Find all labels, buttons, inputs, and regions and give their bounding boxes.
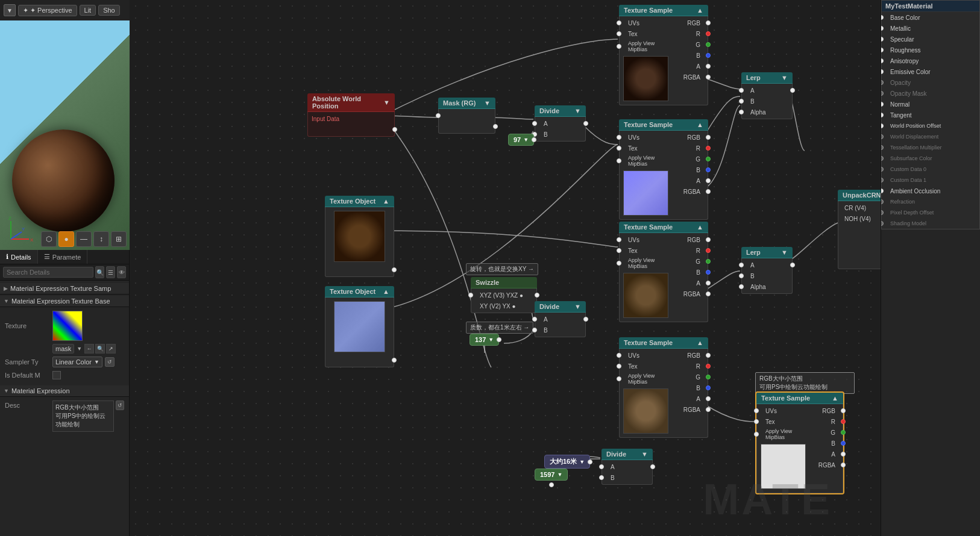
pin-div2-b-in[interactable] <box>532 328 537 332</box>
pin-div3-out[interactable] <box>650 464 655 469</box>
pin-ts5-mip-dot[interactable] <box>754 432 759 437</box>
tex-search-button[interactable]: 🔍 <box>95 344 105 354</box>
desc-textarea[interactable]: RGB大中小范围可用PS中的绘制云功能绘制 <box>52 400 114 432</box>
pin-to2-output[interactable] <box>392 358 397 363</box>
sampler-reset-button[interactable]: ↺ <box>105 357 115 367</box>
tex-prev-button[interactable]: ← <box>84 344 94 354</box>
pin-ts2-tex-dot[interactable] <box>617 146 621 151</box>
node-val97[interactable]: 97 ▼ <box>508 134 534 146</box>
pin-ts4-r-dot[interactable] <box>706 364 711 369</box>
pin-ts3-rgba-dot[interactable] <box>706 291 711 296</box>
pin-div2-out[interactable] <box>583 317 588 322</box>
pin-ts1-g-dot[interactable] <box>706 42 711 47</box>
pin-ts1-a-dot[interactable] <box>706 64 711 69</box>
pin-mat-cd1[interactable] <box>881 178 884 182</box>
pin-div2-a-in[interactable] <box>532 317 537 322</box>
pin-ts2-g-dot[interactable] <box>706 157 711 161</box>
node-tex-obj1[interactable]: Texture Object ▲ <box>325 196 394 277</box>
node-val1597[interactable]: 1597 ▼ <box>535 469 568 481</box>
pin-mat-anisotropy[interactable] <box>881 58 884 63</box>
pin-ts5-b-dot[interactable] <box>841 441 846 446</box>
node-lerp2[interactable]: Lerp ▼ A B Alpha <box>741 247 793 294</box>
vp-collapse-button[interactable]: ▼ <box>4 4 16 16</box>
section-tex-base[interactable]: ▼ Material Expression Texture Base <box>0 296 129 307</box>
is-default-checkbox[interactable] <box>52 371 61 379</box>
tab-parameters[interactable]: ☰ Paramete <box>38 250 88 264</box>
pin-mat-subs[interactable] <box>881 156 884 161</box>
node-tex-obj2[interactable]: Texture Object ▲ <box>325 286 394 367</box>
pin-mat-shading[interactable] <box>881 221 884 226</box>
node-divide1[interactable]: Divide ▼ A B <box>535 105 586 142</box>
pin-lerp1-alpha-in[interactable] <box>739 110 744 114</box>
pin-lerp2-out[interactable] <box>790 263 795 267</box>
pin-to1-output[interactable] <box>392 267 397 272</box>
pin-ts4-rgba-dot[interactable] <box>706 407 711 412</box>
pin-div1-out[interactable] <box>583 121 588 126</box>
pin-ts3-rgb-dot[interactable] <box>706 237 711 242</box>
pin-ts5-g-dot[interactable] <box>841 430 846 435</box>
pin-ts1-uvs-dot[interactable] <box>617 20 621 25</box>
pin-lerp2-b-in[interactable] <box>739 273 744 278</box>
pin-mat-wpo[interactable] <box>881 123 884 128</box>
pin-mat-tangent[interactable] <box>881 113 884 117</box>
pin-ts2-mip-dot[interactable] <box>617 158 621 163</box>
sampler-dropdown[interactable]: Linear Color ▼ <box>52 357 102 367</box>
lit-button[interactable]: Lit <box>80 5 96 16</box>
node-divide2[interactable]: Divide ▼ A B <box>535 301 586 337</box>
pin-ts1-mip-dot[interactable] <box>617 44 621 49</box>
pin-ts1-r-dot[interactable] <box>706 31 711 36</box>
pin-ts2-uvs-dot[interactable] <box>617 135 621 140</box>
pin-ts5-a-dot[interactable] <box>841 452 846 457</box>
search-button[interactable]: 🔍 <box>95 266 104 278</box>
pin-ts3-uvs-dot[interactable] <box>617 237 621 242</box>
pin-div3-b-in[interactable] <box>599 475 604 480</box>
search-input[interactable] <box>3 267 93 278</box>
pin-val137-out[interactable] <box>497 337 501 342</box>
node-tex-sample2[interactable]: Texture Sample ▲ UVs Tex Apply View Mi <box>619 119 708 220</box>
pin-ts2-r-dot[interactable] <box>706 146 711 151</box>
node-swizzle[interactable]: Swizzle XYZ (V3) YXZ ● XY (V2) YX ● <box>471 277 537 313</box>
pin-val1597-out[interactable] <box>549 482 554 487</box>
pin-ts4-tex-dot[interactable] <box>617 364 621 369</box>
pin-ts4-rgb-dot[interactable] <box>706 353 711 358</box>
plane-tool[interactable]: — <box>76 231 92 247</box>
pin-sw-xyz-out[interactable] <box>535 293 539 298</box>
pin-ts1-b-dot[interactable] <box>706 53 711 58</box>
pin-val16m-out[interactable] <box>588 460 592 464</box>
pin-ts2-b-dot[interactable] <box>706 167 711 172</box>
pin-ts5-tex-dot[interactable] <box>754 419 759 424</box>
pin-ts3-g-dot[interactable] <box>706 259 711 264</box>
sphere-tool[interactable]: ● <box>58 231 74 247</box>
select-tool[interactable]: ⬡ <box>41 231 57 247</box>
pin-val97-out[interactable] <box>532 137 536 142</box>
eye-button[interactable]: 👁 <box>117 266 126 278</box>
pin-ts5-r-dot[interactable] <box>841 419 846 424</box>
pin-mat-tess[interactable] <box>881 145 884 150</box>
pin-mat-refract[interactable] <box>881 199 884 204</box>
pin-ts4-b-dot[interactable] <box>706 385 711 390</box>
pin-mat-ao[interactable] <box>881 189 884 193</box>
node-unpack[interactable]: UnpackCRNOH CR (V4) Base Color NOH (V4) … <box>838 190 881 269</box>
pin-ts5-uvs-dot[interactable] <box>754 408 759 413</box>
pin-ts1-rgba-dot[interactable] <box>706 75 711 79</box>
pin-mask-input[interactable] <box>436 113 441 118</box>
node-absolute-world-pos[interactable]: Absolute World Position ▼ Input Data <box>307 93 395 137</box>
pin-div1-a-in[interactable] <box>532 121 537 126</box>
pin-mat-cd0[interactable] <box>881 167 884 172</box>
pin-mat-specular[interactable] <box>881 37 884 42</box>
node-tex-sample3[interactable]: Texture Sample ▲ UVs Tex Apply View Mi <box>619 222 708 322</box>
pin-ts3-tex-dot[interactable] <box>617 248 621 253</box>
pin-ts4-g-dot[interactable] <box>706 375 711 379</box>
node-tex-sample1[interactable]: Texture Sample ▲ UVs Tex Apply View Mi <box>619 5 708 105</box>
pin-lerp2-a-in[interactable] <box>739 263 744 267</box>
pin-mask-output[interactable] <box>493 124 498 129</box>
pin-mat-roughness[interactable] <box>881 48 884 52</box>
node-tex-sample4[interactable]: Texture Sample ▲ UVs Tex Apply View Mi <box>619 337 708 438</box>
node-mask-rg[interactable]: Mask (RG) ▼ <box>438 98 495 134</box>
node-val16m[interactable]: 大约16米 ▼ <box>544 455 590 469</box>
perspective-button[interactable]: ✦ ✦ Perspective <box>18 5 77 16</box>
pin-lerp2-alpha-in[interactable] <box>739 284 744 289</box>
node-divide3[interactable]: Divide ▼ A B <box>602 449 653 485</box>
pin-mat-opacity[interactable] <box>881 80 884 85</box>
list-view-button[interactable]: ☰ <box>106 266 115 278</box>
